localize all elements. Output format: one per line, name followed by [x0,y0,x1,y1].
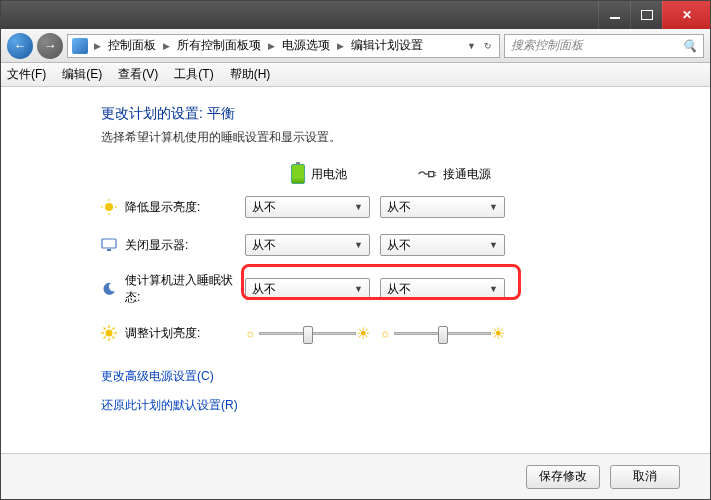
sun-small-icon: ☼ [245,327,255,339]
crumb-control-panel[interactable]: 控制面板 [105,36,159,55]
svg-point-2 [105,203,113,211]
menu-view[interactable]: 查看(V) [118,66,158,83]
search-input[interactable]: 搜索控制面板 🔍 [504,34,704,58]
brightness-icon [101,325,117,341]
search-placeholder: 搜索控制面板 [511,37,583,54]
footer: 保存修改 取消 [1,453,710,499]
sleep-icon [101,281,117,297]
sleep-plugged-dropdown[interactable]: 从不▼ [380,278,505,300]
menu-edit[interactable]: 编辑(E) [62,66,102,83]
sleep-battery-dropdown[interactable]: 从不▼ [245,278,370,300]
chevron-down-icon: ▼ [489,202,498,212]
search-icon: 🔍 [682,39,697,53]
chevron-right-icon: ▶ [92,41,103,51]
brightness-label: 调整计划亮度: [125,325,200,342]
row-brightness: 调整计划亮度: ☼ ☀ ☼ ☀ [101,322,670,344]
chevron-down-icon: ▼ [354,202,363,212]
svg-line-14 [104,328,106,330]
row-dim: 降低显示亮度: 从不▼ 从不▼ [101,196,670,218]
page-title: 更改计划的设置: 平衡 [101,105,670,123]
content-area: 更改计划的设置: 平衡 选择希望计算机使用的睡眠设置和显示设置。 用电池 接通电… [1,87,710,453]
chevron-right-icon: ▶ [266,41,277,51]
off-label: 关闭显示器: [125,237,188,254]
plug-icon [417,168,437,180]
crumb-power-options[interactable]: 电源选项 [279,36,333,55]
battery-icon [291,164,305,184]
links-section: 更改高级电源设置(C) 还原此计划的默认设置(R) [101,368,670,414]
row-sleep: 使计算机进入睡眠状态: 从不▼ 从不▼ [101,272,670,306]
off-battery-dropdown[interactable]: 从不▼ [245,234,370,256]
svg-rect-8 [107,249,111,251]
page-subtitle: 选择希望计算机使用的睡眠设置和显示设置。 [101,129,670,146]
row-off: 关闭显示器: 从不▼ 从不▼ [101,234,670,256]
col-plugged: 接通电源 [386,166,521,183]
crumb-edit-plan[interactable]: 编辑计划设置 [348,36,426,55]
dim-plugged-dropdown[interactable]: 从不▼ [380,196,505,218]
back-button[interactable]: ← [7,33,33,59]
slider-thumb[interactable] [303,326,313,344]
svg-line-16 [104,337,106,339]
minimize-button[interactable] [598,1,630,29]
address-bar[interactable]: ▶ 控制面板 ▶ 所有控制面板项 ▶ 电源选项 ▶ 编辑计划设置 ▼ ↻ [67,34,500,58]
chevron-right-icon: ▶ [335,41,346,51]
maximize-button[interactable] [630,1,662,29]
svg-line-17 [113,328,115,330]
sun-large-icon: ☀ [356,324,370,343]
off-plugged-dropdown[interactable]: 从不▼ [380,234,505,256]
col-battery-label: 用电池 [311,166,347,183]
power-options-window: ← → ▶ 控制面板 ▶ 所有控制面板项 ▶ 电源选项 ▶ 编辑计划设置 ▼ ↻… [0,0,711,500]
brightness-battery-slider[interactable]: ☼ ☀ [245,322,370,344]
brightness-plugged-slider[interactable]: ☼ ☀ [380,322,505,344]
dim-icon [101,199,117,215]
control-panel-icon [72,38,88,54]
chevron-down-icon: ▼ [354,284,363,294]
menubar: 文件(F) 编辑(E) 查看(V) 工具(T) 帮助(H) [1,63,710,87]
chevron-down-icon: ▼ [354,240,363,250]
svg-line-15 [113,337,115,339]
col-plugged-label: 接通电源 [443,166,491,183]
refresh-icon[interactable]: ↻ [481,41,495,51]
dim-label: 降低显示亮度: [125,199,200,216]
dim-battery-dropdown[interactable]: 从不▼ [245,196,370,218]
save-button[interactable]: 保存修改 [526,465,600,489]
chevron-down-icon: ▼ [489,240,498,250]
svg-rect-7 [102,239,116,248]
titlebar [1,1,710,29]
chevron-right-icon: ▶ [161,41,172,51]
sleep-label: 使计算机进入睡眠状态: [125,272,245,306]
advanced-settings-link[interactable]: 更改高级电源设置(C) [101,368,670,385]
restore-defaults-link[interactable]: 还原此计划的默认设置(R) [101,397,670,414]
chevron-down-icon: ▼ [489,284,498,294]
svg-rect-1 [433,175,436,176]
forward-button[interactable]: → [37,33,63,59]
cancel-button[interactable]: 取消 [610,465,680,489]
svg-point-9 [106,330,113,337]
sun-small-icon: ☼ [380,327,390,339]
sun-large-icon: ☀ [491,324,505,343]
col-battery: 用电池 [251,164,386,184]
svg-rect-0 [433,172,436,173]
menu-help[interactable]: 帮助(H) [230,66,271,83]
address-dropdown-icon[interactable]: ▼ [464,41,479,51]
menu-tools[interactable]: 工具(T) [174,66,213,83]
slider-thumb[interactable] [438,326,448,344]
close-button[interactable] [662,1,710,29]
column-headers: 用电池 接通电源 [101,164,670,184]
crumb-all-items[interactable]: 所有控制面板项 [174,36,264,55]
menu-file[interactable]: 文件(F) [7,66,46,83]
monitor-icon [101,237,117,253]
navbar: ← → ▶ 控制面板 ▶ 所有控制面板项 ▶ 电源选项 ▶ 编辑计划设置 ▼ ↻… [1,29,710,63]
